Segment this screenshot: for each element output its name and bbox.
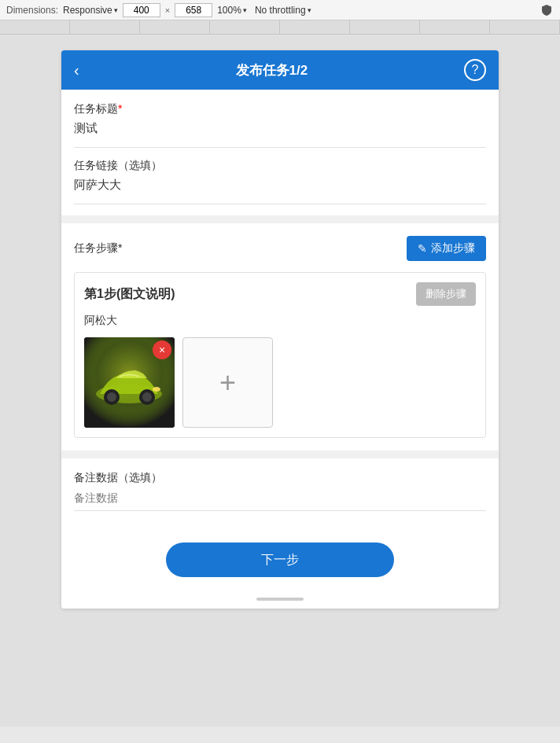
- required-mark: *: [118, 102, 122, 115]
- image-thumb-wrap: ×: [84, 337, 175, 428]
- add-step-icon: ✎: [418, 242, 427, 255]
- step-1-header: 第1步(图文说明) 删除步骤: [84, 282, 476, 306]
- task-title-section: 任务标题* 测试 任务链接（选填） 阿萨大大: [61, 90, 499, 215]
- ruler-cell: [140, 20, 210, 34]
- task-title-value[interactable]: 测试: [74, 121, 486, 148]
- notes-input[interactable]: [74, 491, 486, 511]
- handle-bar: [256, 598, 304, 601]
- zoom-label: 100%: [217, 5, 241, 16]
- shield-icon[interactable]: [540, 3, 554, 17]
- section-divider-1: [61, 215, 499, 223]
- bottom-handle: [61, 593, 499, 609]
- page-title: 发布任务1/2: [236, 61, 308, 79]
- dimensions-label: Dimensions:: [6, 5, 58, 16]
- delete-step-button[interactable]: 删除步骤: [416, 282, 476, 306]
- add-image-button[interactable]: +: [182, 337, 273, 428]
- step-1-title: 第1步(图文说明): [84, 286, 175, 303]
- width-input[interactable]: [123, 3, 160, 17]
- responsive-label: Responsive: [63, 5, 112, 16]
- ruler-cell: [0, 20, 70, 34]
- add-step-label: 添加步骤: [431, 241, 475, 256]
- task-link-value[interactable]: 阿萨大大: [74, 178, 486, 204]
- next-button[interactable]: 下一步: [166, 543, 394, 577]
- toolbar: Dimensions: Responsive ▾ × 100% ▾ No thr…: [0, 0, 560, 20]
- back-button[interactable]: ‹: [74, 62, 79, 78]
- steps-header: 任务步骤* ✎ 添加步骤: [74, 236, 486, 261]
- delete-image-button[interactable]: ×: [153, 340, 171, 359]
- ruler-cell: [490, 20, 560, 34]
- next-button-wrap: 下一步: [61, 524, 499, 593]
- dimension-separator: ×: [165, 6, 170, 15]
- task-link-label: 任务链接（选填）: [74, 159, 486, 173]
- main-area: ‹ 发布任务1/2 ? 任务标题* 测试 任务链接（选填） 阿萨大大 任务步骤*: [0, 35, 560, 726]
- zoom-select[interactable]: 100% ▾: [217, 5, 247, 16]
- responsive-select[interactable]: Responsive ▾: [63, 5, 118, 16]
- throttle-caret: ▾: [308, 6, 311, 14]
- ruler-cell: [70, 20, 140, 34]
- ruler-cell: [420, 20, 490, 34]
- throttle-label: No throttling: [255, 5, 306, 16]
- svg-point-6: [142, 392, 152, 402]
- task-title-label: 任务标题*: [74, 102, 486, 116]
- zoom-caret: ▾: [243, 6, 247, 14]
- notes-section: 备注数据（选填）: [61, 458, 499, 524]
- responsive-caret: ▾: [114, 6, 118, 14]
- ruler-strip: [0, 20, 560, 35]
- steps-section: 任务步骤* ✎ 添加步骤 第1步(图文说明) 删除步骤 阿松大: [61, 223, 499, 451]
- height-input[interactable]: [175, 3, 212, 17]
- ruler-cell: [280, 20, 350, 34]
- image-row: × +: [84, 337, 476, 428]
- help-button[interactable]: ?: [464, 59, 486, 81]
- steps-label: 任务步骤*: [74, 241, 122, 256]
- svg-point-7: [153, 387, 160, 392]
- svg-point-4: [107, 392, 116, 402]
- ruler-cell: [210, 20, 280, 34]
- throttle-select[interactable]: No throttling ▾: [255, 5, 311, 16]
- section-divider-2: [61, 451, 499, 458]
- step-1-text[interactable]: 阿松大: [84, 314, 476, 328]
- ruler-cell: [350, 20, 420, 34]
- form-card: ‹ 发布任务1/2 ? 任务标题* 测试 任务链接（选填） 阿萨大大 任务步骤*: [61, 50, 499, 609]
- step-1-card: 第1步(图文说明) 删除步骤 阿松大: [74, 272, 486, 438]
- steps-required-mark: *: [118, 241, 122, 254]
- add-step-button[interactable]: ✎ 添加步骤: [407, 236, 486, 261]
- notes-label: 备注数据（选填）: [74, 471, 486, 485]
- page-header: ‹ 发布任务1/2 ?: [61, 50, 499, 90]
